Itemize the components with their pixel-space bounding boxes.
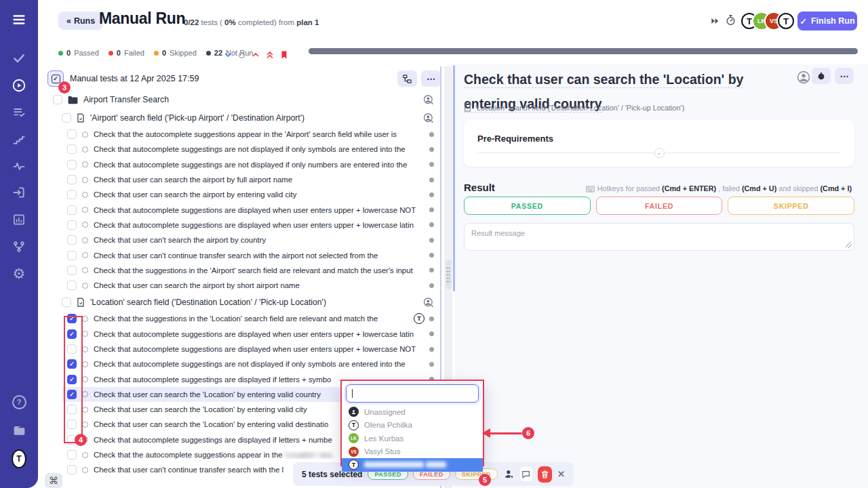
plan-name[interactable]: plan 1: [296, 18, 319, 26]
comment-icon[interactable]: [520, 467, 532, 481]
row-checkbox[interactable]: [67, 450, 77, 460]
row-title[interactable]: Check that autocomplete suggestions are …: [94, 330, 429, 338]
row-title[interactable]: Check that autocomplete suggestions are …: [94, 221, 429, 229]
projects-folder-icon[interactable]: [12, 423, 26, 438]
resize-handle-icon[interactable]: [846, 242, 852, 248]
test-row[interactable]: Check that user can't search the airport…: [49, 232, 440, 247]
assignee-option[interactable]: LKLes Kurbas: [342, 432, 483, 445]
status-circle-icon[interactable]: [82, 131, 88, 138]
status-circle-icon[interactable]: [82, 283, 88, 289]
defects-pulse-icon[interactable]: [12, 159, 26, 174]
status-circle-icon[interactable]: [82, 407, 88, 413]
assign-user-icon[interactable]: [423, 94, 434, 105]
status-circle-icon[interactable]: [82, 452, 88, 458]
test-runs-play-icon[interactable]: [12, 78, 26, 93]
row-checkbox[interactable]: [67, 251, 77, 260]
bookmark-icon[interactable]: [280, 50, 288, 60]
test-row[interactable]: Check that autocomplete suggestions are …: [49, 218, 440, 232]
status-circle-icon[interactable]: [82, 252, 88, 258]
status-circle-icon[interactable]: [82, 346, 88, 352]
collapse-toggle-icon[interactable]: ⌄: [654, 148, 665, 158]
settings-gear-icon[interactable]: ⚙: [12, 266, 26, 281]
avatar[interactable]: T: [778, 13, 794, 29]
row-checkbox[interactable]: [67, 281, 77, 290]
test-row[interactable]: Check that the suggestions in the 'Airpo…: [49, 263, 440, 278]
test-row[interactable]: ✓Check that autocomplete suggestions are…: [49, 327, 440, 342]
test-row[interactable]: ✓Check that the suggestions in the 'Loca…: [49, 311, 440, 326]
assignee-search-input[interactable]: [346, 384, 479, 403]
assignee-person-icon[interactable]: [796, 70, 811, 85]
row-title[interactable]: Check that autocomplete suggestions are …: [94, 345, 429, 353]
back-to-runs-button[interactable]: « Runs: [58, 12, 103, 30]
test-plans-list-icon[interactable]: [12, 105, 26, 120]
assignee-option[interactable]: T: [342, 458, 483, 472]
assign-user-icon[interactable]: [423, 297, 434, 308]
milestones-stairs-icon[interactable]: [12, 132, 26, 147]
test-row[interactable]: ✓Check that autocomplete suggestings are…: [49, 357, 440, 371]
user-avatar[interactable]: T: [12, 451, 26, 466]
row-title[interactable]: Check that autocomplete suggestings are …: [94, 145, 429, 153]
assign-user-icon[interactable]: [423, 113, 434, 123]
row-title[interactable]: Check that user can search the airport b…: [94, 190, 429, 199]
status-circle-icon[interactable]: [82, 361, 88, 367]
row-title[interactable]: Check that user can search the airport b…: [94, 176, 429, 184]
status-circle-icon[interactable]: [82, 237, 88, 243]
status-circle-icon[interactable]: [82, 267, 88, 273]
row-checkbox[interactable]: [62, 113, 71, 123]
row-checkbox[interactable]: [53, 95, 62, 104]
row-checkbox[interactable]: [67, 160, 77, 169]
result-failed-button[interactable]: FAILED: [596, 197, 723, 215]
status-circle-icon[interactable]: [82, 316, 88, 322]
row-checkbox[interactable]: [67, 235, 77, 245]
result-message-input[interactable]: Result message: [464, 223, 854, 251]
status-circle-icon[interactable]: [82, 376, 88, 382]
status-circle-icon[interactable]: [82, 331, 88, 337]
chevron-up-icon[interactable]: [252, 51, 260, 59]
folder-row[interactable]: Airport Transfer Search: [49, 91, 440, 108]
stat-failed[interactable]: 0Failed: [108, 49, 144, 57]
status-circle-icon[interactable]: [82, 391, 88, 397]
test-row[interactable]: Check that autocomplete suggestings are …: [49, 157, 440, 172]
row-checkbox[interactable]: [67, 220, 77, 230]
result-passed-button[interactable]: PASSED: [464, 197, 591, 215]
test-row[interactable]: Check that user can search the airport b…: [49, 172, 440, 187]
row-checkbox[interactable]: [67, 190, 77, 199]
scrollbar-thumb[interactable]: [446, 260, 452, 289]
status-circle-icon[interactable]: [82, 177, 88, 183]
hamburger-menu-icon[interactable]: [12, 12, 26, 27]
chevron-down-icon[interactable]: [224, 51, 232, 59]
test-row[interactable]: Check that user can search the airport b…: [49, 278, 440, 293]
test-row[interactable]: Check that autocomplete suggestings are …: [49, 142, 440, 157]
status-circle-icon[interactable]: [82, 146, 88, 152]
more-options-button[interactable]: ⋯: [421, 70, 441, 87]
assignee-option[interactable]: VSVasyl Stus: [342, 445, 483, 459]
traceability-branch-icon[interactable]: [12, 239, 26, 254]
test-cases-check-icon[interactable]: [12, 51, 26, 66]
row-checkbox[interactable]: [67, 205, 77, 215]
test-row[interactable]: Check that the autocomplete suggestions …: [49, 127, 440, 142]
row-checkbox[interactable]: [67, 465, 77, 474]
fast-forward-icon[interactable]: [710, 16, 719, 26]
assignee-option[interactable]: TOlena Pchilka: [342, 419, 483, 432]
detail-more-button[interactable]: ⋯: [835, 68, 854, 84]
row-title[interactable]: Check that user can't continue transfer …: [94, 251, 429, 260]
row-title[interactable]: Check that autocomplete suggestings are …: [94, 161, 429, 169]
import-box-icon[interactable]: [12, 185, 26, 200]
help-icon[interactable]: ?: [12, 394, 26, 409]
test-row[interactable]: Check that user can't continue transfer …: [49, 247, 440, 262]
row-title[interactable]: Check that the suggestions in the 'Airpo…: [94, 266, 429, 274]
keyboard-shortcuts-button[interactable]: ⌘: [45, 473, 62, 488]
detail-suite-breadcrumb[interactable]: 'Location' search field ('Destination Lo…: [464, 103, 684, 112]
chevrons-up-icon[interactable]: [266, 50, 274, 60]
row-title[interactable]: Check that the autocomplete suggestions …: [94, 130, 429, 138]
delete-button[interactable]: [538, 466, 552, 483]
close-icon[interactable]: ✕: [557, 469, 565, 479]
status-circle-icon[interactable]: [82, 161, 88, 167]
row-title[interactable]: 'Location' search field ('Destination Lo…: [90, 298, 423, 307]
stat-passed[interactable]: 0Passed: [58, 49, 99, 57]
row-checkbox[interactable]: [62, 298, 71, 307]
test-row[interactable]: Check that autocomplete suggestions are …: [49, 202, 440, 217]
row-title[interactable]: Check that autocomplete suggestions are …: [94, 206, 429, 214]
result-skipped-button[interactable]: SKIPPED: [728, 197, 854, 215]
reports-chart-icon[interactable]: [12, 212, 26, 227]
